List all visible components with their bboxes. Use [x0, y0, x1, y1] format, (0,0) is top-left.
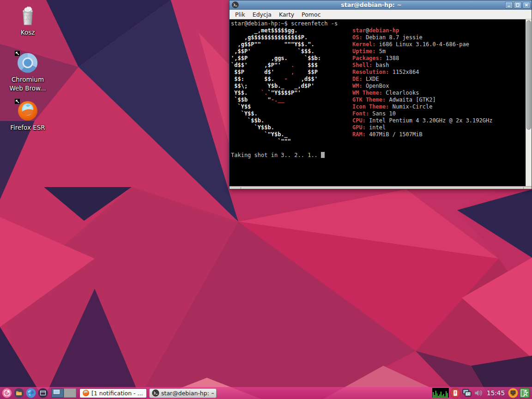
tray-display-settings-icon[interactable] — [462, 388, 472, 398]
shortcut-badge-icon — [15, 51, 20, 56]
show-desktop-icon — [38, 388, 48, 398]
menu-karty[interactable]: Karty — [276, 10, 297, 19]
terminal-prompt-line: star@debian-hp:~$ screenfetch -s — [231, 20, 338, 27]
tray-volume-icon[interactable] — [473, 388, 484, 398]
terminal-icon — [232, 1, 239, 8]
menu-icon — [2, 388, 12, 398]
resize-grip — [523, 187, 524, 189]
launcher-menu-icon[interactable] — [1, 387, 12, 399]
terminal-icon — [152, 389, 159, 397]
terminal-window: star@debian-hp: ~ PlikEdycjaKartyPomoc s… — [229, 0, 532, 189]
task-label: [1 notification - ... — [91, 390, 143, 397]
desktop-icon-label: Firefox ESR — [10, 123, 45, 132]
menu-pomoc[interactable]: Pomoc — [298, 10, 324, 19]
system-info-block: star@debian-hp OS: Debian 8.7 jessie Ker… — [352, 27, 492, 138]
taskbar: [1 notification - ...star@debian-hp: ~ 1… — [0, 387, 532, 399]
task-button-terminal[interactable]: star@debian-hp: ~ — [149, 388, 217, 398]
tray-cpu-monitor-icon[interactable] — [432, 388, 449, 398]
system-tray — [432, 388, 484, 398]
task-button-area: [1 notification - ...star@debian-hp: ~ — [79, 388, 217, 398]
task-button-firefox[interactable]: [1 notification - ... — [79, 388, 147, 398]
launcher-show-desktop-icon[interactable] — [37, 387, 48, 399]
tray-logout-icon[interactable] — [520, 388, 530, 398]
task-label: star@debian-hp: ~ — [161, 390, 214, 397]
desktop-icon-label: Chromium Web Brow... — [6, 75, 49, 93]
minimize-button[interactable] — [505, 2, 513, 8]
menu-edycja[interactable]: Edycja — [249, 10, 275, 19]
session-icon-area — [508, 388, 530, 398]
window-controls — [504, 2, 530, 8]
launcher-file-manager-icon[interactable] — [13, 387, 24, 399]
pager-desktop-2[interactable] — [64, 388, 76, 398]
workspace-pager — [51, 388, 76, 398]
scrollbar-thumb[interactable] — [526, 20, 531, 130]
file-manager-icon — [14, 388, 24, 398]
pager-window-preview — [54, 390, 60, 394]
firefox-icon — [82, 389, 90, 397]
chromium-icon — [17, 52, 39, 74]
desktop-icon-label: Kosz — [21, 28, 35, 37]
desktop-icon-firefox[interactable]: Firefox ESR — [5, 100, 51, 132]
desktop-icon-chromium[interactable]: Chromium Web Brow... — [5, 52, 51, 93]
terminal-status-line: Taking shot in 3.. 2.. 1.. — [231, 152, 325, 159]
close-button[interactable] — [523, 2, 530, 8]
desktop-icon-trash[interactable]: Kosz — [5, 5, 51, 37]
menubar: PlikEdycjaKartyPomoc — [230, 10, 532, 19]
terminal-cursor — [321, 152, 325, 158]
clock[interactable]: 15:45 — [487, 389, 505, 397]
desktop-root: KoszChromium Web Brow...Firefox ESR star… — [0, 0, 532, 399]
menu-plik[interactable]: Plik — [232, 10, 248, 19]
tray-session-monitor-icon[interactable] — [508, 388, 518, 398]
launcher-web-browser-icon[interactable] — [25, 387, 36, 399]
tray-clipboard-manager-icon[interactable] — [450, 388, 460, 398]
shortcut-badge-icon — [15, 99, 20, 104]
launcher-area — [1, 387, 48, 399]
resize-grip — [241, 187, 241, 189]
window-titlebar[interactable]: star@debian-hp: ~ — [230, 0, 532, 10]
web-browser-icon — [26, 388, 36, 398]
maximize-button[interactable] — [514, 2, 521, 8]
terminal-screen[interactable]: star@debian-hp:~$ screenfetch -s _,met$$… — [230, 19, 532, 186]
terminal-scrollbar[interactable] — [526, 19, 532, 186]
pager-desktop-1[interactable] — [51, 388, 64, 398]
ascii-art-debian-logo: _,met$$$$$gg. ,g$$$$$$$$$$$$$$$P. ,g$$P"… — [231, 27, 321, 145]
window-resize-edge[interactable] — [230, 186, 532, 189]
trash-icon — [17, 5, 39, 27]
window-title: star@debian-hp: ~ — [239, 1, 504, 8]
firefox-icon — [17, 100, 39, 122]
